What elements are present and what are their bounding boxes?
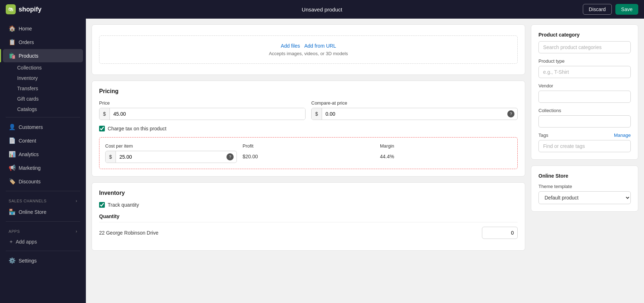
compare-input-wrap: $ ?	[311, 108, 518, 120]
content-icon: 📄	[9, 137, 15, 144]
media-hint: Accepts images, videos, or 3D models	[107, 51, 510, 56]
orders-icon: 📋	[9, 39, 15, 45]
sidebar-item-content[interactable]: 📄 Content	[3, 134, 83, 147]
topbar-actions: Discard Save	[583, 4, 638, 15]
price-prefix: $	[99, 108, 110, 120]
add-files-link[interactable]: Add files	[281, 43, 300, 49]
type-input[interactable]	[538, 66, 631, 78]
price-label: Price	[99, 100, 306, 106]
sidebar-item-customers[interactable]: 👤 Customers	[3, 120, 83, 134]
sidebar-item-settings[interactable]: ⚙️ Settings	[3, 254, 83, 267]
track-label: Track quantity	[108, 202, 139, 208]
collections-input[interactable]	[538, 115, 631, 128]
sidebar-divider-3	[6, 221, 80, 222]
discard-button[interactable]: Discard	[583, 4, 612, 15]
cost-input[interactable]	[116, 151, 226, 163]
sidebar-item-label: Home	[19, 26, 32, 32]
sidebar-sales-channels-section: Sales channels ›	[0, 194, 86, 205]
collections-label: Collections	[538, 108, 631, 113]
save-button[interactable]: Save	[615, 4, 638, 15]
settings-icon: ⚙️	[9, 257, 15, 264]
category-title: Product category	[538, 32, 631, 38]
tax-checkbox-row: Charge tax on this product	[99, 126, 518, 131]
main-content: Add files Add from URL Accepts images, v…	[86, 19, 644, 303]
sidebar-item-label: Marketing	[19, 165, 40, 171]
vendor-input[interactable]	[538, 91, 631, 103]
online-store-icon: 🏪	[9, 208, 15, 215]
pricing-title: Pricing	[99, 88, 518, 95]
sidebar-item-label: Online Store	[19, 209, 47, 215]
cost-label: Cost per item	[105, 143, 237, 149]
sidebar-add-apps[interactable]: ＋ Add apps	[3, 236, 83, 248]
cost-box: Cost per item $ ? Profit $20.00 Margin	[99, 137, 518, 169]
sidebar-item-online-store[interactable]: 🏪 Online Store	[3, 205, 83, 218]
right-column: Product category Product type Vendor Col…	[531, 24, 638, 297]
category-input[interactable]	[538, 41, 631, 53]
inventory-title: Inventory	[99, 190, 518, 196]
logo: 🛍 shopify	[6, 4, 42, 14]
customers-icon: 👤	[9, 124, 15, 130]
price-row: Price $ Compare-at price $ ?	[99, 100, 518, 120]
cost-group: Cost per item $ ?	[105, 143, 237, 163]
sidebar-item-marketing[interactable]: 📢 Marketing	[3, 161, 83, 174]
margin-label: Margin	[380, 143, 512, 149]
sidebar-sub-gift-cards[interactable]: Gift cards	[3, 94, 83, 104]
sidebar-item-products[interactable]: 🛍️ Products	[3, 49, 83, 62]
cost-input-wrap: $ ?	[105, 151, 237, 163]
analytics-icon: 📊	[9, 151, 15, 158]
sidebar-divider-4	[6, 251, 80, 251]
media-links: Add files Add from URL	[107, 43, 510, 49]
media-card: Add files Add from URL Accepts images, v…	[92, 24, 525, 75]
apps-arrow-icon[interactable]: ›	[75, 229, 77, 234]
compare-input[interactable]	[322, 108, 507, 120]
sidebar-item-home[interactable]: 🏠 Home	[3, 22, 83, 35]
sidebar-sub-collections[interactable]: Collections	[3, 63, 83, 73]
sidebar-sub-transfers[interactable]: Transfers	[3, 83, 83, 93]
media-upload-area[interactable]: Add files Add from URL Accepts images, v…	[99, 35, 518, 64]
sidebar-item-label: Content	[19, 138, 36, 144]
product-details-card: Product category Product type Vendor Col…	[531, 24, 638, 160]
sidebar-item-discounts[interactable]: 🏷️ Discounts	[3, 175, 83, 188]
quantity-input[interactable]	[482, 227, 518, 239]
add-from-url-link[interactable]: Add from URL	[304, 43, 336, 49]
tags-manage-link[interactable]: Manage	[614, 133, 631, 138]
sidebar-item-label: Customers	[19, 124, 43, 130]
sales-channels-arrow-icon[interactable]: ›	[75, 198, 77, 203]
home-icon: 🏠	[9, 25, 15, 32]
pricing-card: Pricing Price $ Compare-at price $	[92, 81, 525, 177]
sidebar-item-label: Analytics	[19, 152, 39, 157]
marketing-icon: 📢	[9, 164, 15, 171]
sidebar-item-label: Products	[19, 53, 38, 59]
theme-template-label: Theme template	[538, 184, 631, 189]
cost-help-icon[interactable]: ?	[226, 153, 234, 160]
tax-checkbox[interactable]	[99, 126, 105, 131]
add-icon: ＋	[9, 239, 14, 245]
tags-input[interactable]	[538, 140, 631, 152]
compare-prefix: $	[312, 108, 322, 120]
sidebar-sub-catalogs[interactable]: Catalogs	[3, 104, 83, 114]
products-icon: 🛍️	[9, 52, 15, 59]
compare-group: Compare-at price $ ?	[311, 100, 518, 120]
sidebar-sub-inventory[interactable]: Inventory	[3, 73, 83, 83]
price-input[interactable]	[110, 108, 305, 120]
theme-template-select[interactable]: Default product	[538, 191, 631, 204]
margin-value: 44.4%	[380, 151, 512, 162]
compare-help-icon[interactable]: ?	[507, 110, 514, 117]
sidebar-item-orders[interactable]: 📋 Orders	[3, 35, 83, 49]
vendor-label: Vendor	[538, 83, 631, 88]
topbar: 🛍 shopify Unsaved product Discard Save	[0, 0, 644, 19]
tax-label: Charge tax on this product	[108, 126, 166, 131]
price-input-wrap: $	[99, 108, 306, 120]
sidebar-item-label: Discounts	[19, 179, 40, 184]
margin-group: Margin 44.4%	[380, 143, 512, 162]
sidebar: 🏠 Home 📋 Orders 🛍️ Products Collections …	[0, 19, 86, 303]
location-name: 22 George Robinson Drive	[99, 230, 158, 236]
tags-header: Tags Manage	[538, 133, 631, 138]
sidebar-item-analytics[interactable]: 📊 Analytics	[3, 148, 83, 161]
tags-label: Tags	[538, 133, 548, 138]
online-store-card: Online Store Theme template Default prod…	[531, 165, 638, 212]
page-title: Unsaved product	[302, 6, 342, 13]
track-checkbox[interactable]	[99, 202, 105, 208]
inventory-card: Inventory Track quantity Quantity 22 Geo…	[92, 182, 525, 251]
compare-label: Compare-at price	[311, 100, 518, 106]
